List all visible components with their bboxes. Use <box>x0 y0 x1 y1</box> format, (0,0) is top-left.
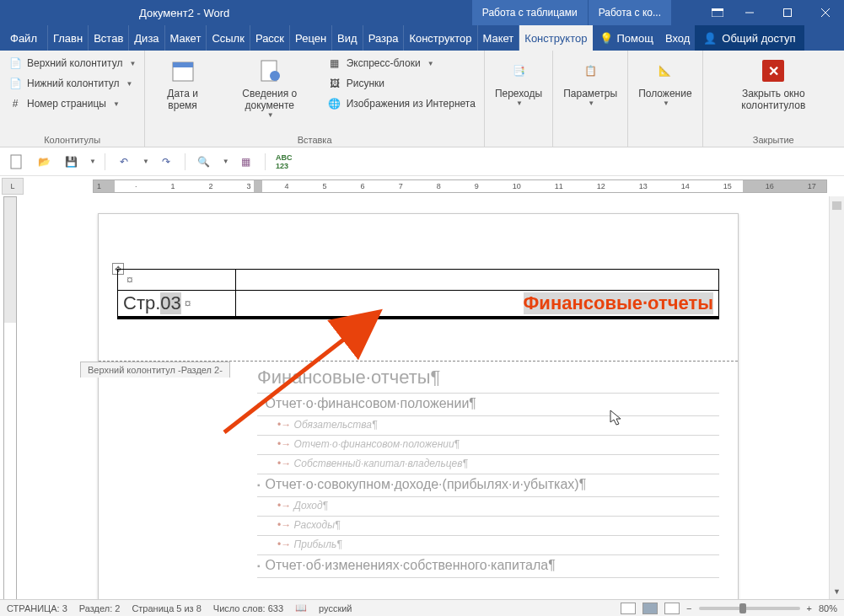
menu-home[interactable]: Главн <box>48 25 89 51</box>
heading-2: Отчет·о·финансовом·положении <box>257 396 476 410</box>
proofing-icon[interactable]: 📖 <box>295 603 307 613</box>
menu-design[interactable]: Диза <box>129 25 164 51</box>
menu-table-layout[interactable]: Макет <box>478 25 520 51</box>
menu-hf-constructor[interactable]: Конструктор <box>519 25 593 51</box>
scroll-down-icon[interactable]: ▼ <box>830 584 844 599</box>
titlebar: Документ2 - Word Работа с таблицами Рабо… <box>0 0 844 25</box>
print-layout-button[interactable] <box>642 603 658 614</box>
ruler-corner[interactable]: L <box>2 178 24 195</box>
context-tab-table[interactable]: Работа с таблицами <box>472 0 588 25</box>
context-tab-header[interactable]: Работа с ко... <box>589 0 671 25</box>
header-table[interactable]: ¤ Стр.03¤ Финансовые·отчеты <box>117 269 719 319</box>
ribbon-group-headers: 📄Верхний колонтитул▼ 📄Нижний колонтитул▼… <box>0 51 145 147</box>
nav-icon: 📑 <box>505 57 532 84</box>
read-mode-button[interactable] <box>621 603 636 614</box>
quick-parts-button[interactable]: ▦Экспресс-блоки▼ <box>325 54 479 72</box>
list-item: Обязательства <box>257 417 378 432</box>
header-section-tab: Верхний колонтитул -Раздел 2- <box>80 362 230 378</box>
zoom-out-button[interactable]: − <box>686 603 691 613</box>
status-page-of[interactable]: Страница 5 из 8 <box>132 603 201 613</box>
undo-button[interactable]: ↶ <box>114 152 134 172</box>
cell-mark: ¤ <box>185 297 191 310</box>
person-icon: 👤 <box>703 32 717 45</box>
pictures-button[interactable]: 🖼Рисунки <box>325 74 479 93</box>
heading-2: Отчет·о·совокупном·доходе·(прибылях·и·уб… <box>257 477 586 491</box>
menu-insert[interactable]: Встав <box>89 25 129 51</box>
nav-label: Переходы <box>495 88 542 99</box>
window-title: Документ2 - Word <box>0 7 471 19</box>
maximize-button[interactable] <box>768 0 806 25</box>
zoom-value[interactable]: 80% <box>819 603 837 613</box>
scroll-thumb[interactable] <box>832 201 841 210</box>
menu-developer[interactable]: Разра <box>363 25 405 51</box>
vertical-scrollbar[interactable]: ▲ ▼ <box>829 196 844 599</box>
navigation-button[interactable]: 📑Переходы▼ <box>490 54 547 133</box>
picture-icon: 🖼 <box>328 77 341 90</box>
header-bottom-button[interactable]: 📄Нижний колонтитул▼ <box>5 74 139 93</box>
menu-table-constructor[interactable]: Конструктор <box>404 25 477 51</box>
zoom-in-button[interactable]: + <box>807 603 812 613</box>
menu-view[interactable]: Вид <box>332 25 363 51</box>
zoom-slider[interactable] <box>699 607 800 610</box>
ribbon-group-label: Вставка <box>150 133 479 145</box>
date-time-button[interactable]: Дата и время <box>150 54 215 133</box>
context-tabs: Работа с таблицами Работа с ко... <box>471 0 671 25</box>
new-doc-button[interactable] <box>7 152 27 172</box>
status-section[interactable]: Раздел: 2 <box>79 603 121 613</box>
menu-review[interactable]: Рецен <box>290 25 332 51</box>
position-icon: 📐 <box>652 57 679 84</box>
ribbon-group-label: Закрытие <box>708 133 839 145</box>
chevron-down-icon[interactable]: ▼ <box>89 158 96 165</box>
web-layout-button[interactable] <box>664 603 680 614</box>
menu-mailings[interactable]: Расск <box>250 25 290 51</box>
list-item: Отчет·о·финансовом·положении <box>257 437 460 452</box>
svg-rect-3 <box>783 9 791 17</box>
date-time-label: Дата и время <box>155 88 210 111</box>
list-item: Расходы <box>257 517 340 533</box>
chevron-down-icon[interactable]: ▼ <box>223 158 229 165</box>
menu-references[interactable]: Ссылк <box>207 25 250 51</box>
menu-layout[interactable]: Макет <box>165 25 207 51</box>
statusbar: СТРАНИЦА: 3 Раздел: 2 Страница 5 из 8 Чи… <box>0 599 844 616</box>
page-number-button[interactable]: #Номер страницы▼ <box>5 94 139 113</box>
status-page[interactable]: СТРАНИЦА: 3 <box>7 603 67 613</box>
list-item: Собственный·капитал·владельцев <box>257 456 468 471</box>
page-prefix: Стр. <box>123 292 160 314</box>
heading-1: Финансовые·отчеты <box>257 363 440 391</box>
spellcheck-button[interactable]: ABC123 <box>274 152 294 172</box>
header-top-button[interactable]: 📄Верхний колонтитул▼ <box>5 54 139 72</box>
close-header-footer-button[interactable]: ✕Закрыть окно колонтитулов <box>708 54 839 133</box>
menu-file[interactable]: Файл <box>0 25 48 51</box>
online-pictures-button[interactable]: 🌐Изображения из Интернета <box>325 94 479 113</box>
list-item: Доход <box>257 498 328 513</box>
minimize-button[interactable] <box>730 0 768 25</box>
blocks-icon: ▦ <box>328 56 341 70</box>
zoom-thumb[interactable] <box>739 603 746 613</box>
open-button[interactable]: 📂 <box>34 152 54 172</box>
close-button[interactable] <box>806 0 844 25</box>
window-controls <box>705 0 844 25</box>
print-preview-button[interactable]: 🔍 <box>194 152 214 172</box>
ribbon-group-insert: Дата и время Сведения о документе▼ ▦Эксп… <box>145 51 485 147</box>
options-button[interactable]: 📋Параметры▼ <box>558 54 622 133</box>
header-region[interactable]: ✥ ¤ Стр.03¤ Финансовые·отчеты <box>117 248 719 362</box>
horizontal-ruler[interactable]: 1·12345678910111213141516171819 <box>25 176 844 196</box>
vertical-ruler[interactable] <box>0 196 22 599</box>
menu-help[interactable]: 💡 Помощ <box>593 25 659 51</box>
status-words[interactable]: Число слов: 633 <box>213 603 283 613</box>
menu-share[interactable]: 👤 Общий доступ <box>695 25 804 51</box>
ruler-row: L 1·12345678910111213141516171819 <box>0 176 844 196</box>
svg-point-9 <box>270 71 280 81</box>
doc-info-button[interactable]: Сведения о документе▼ <box>218 54 321 133</box>
table-button[interactable]: ▦ <box>236 152 256 172</box>
position-button[interactable]: 📐Положение▼ <box>633 54 696 133</box>
save-button[interactable]: 💾 <box>61 152 81 172</box>
chevron-down-icon: ▼ <box>267 111 274 119</box>
chevron-down-icon[interactable]: ▼ <box>142 158 149 165</box>
ribbon-options-icon[interactable] <box>705 0 730 25</box>
menu-login[interactable]: Вход <box>660 25 695 51</box>
body-content: Финансовые·отчеты Отчет·о·финансовом·пол… <box>257 364 719 578</box>
document-viewport[interactable]: ✥ ¤ Стр.03¤ Финансовые·отчеты <box>22 196 829 599</box>
redo-button[interactable]: ↷ <box>156 152 176 172</box>
status-language[interactable]: русский <box>319 603 352 613</box>
